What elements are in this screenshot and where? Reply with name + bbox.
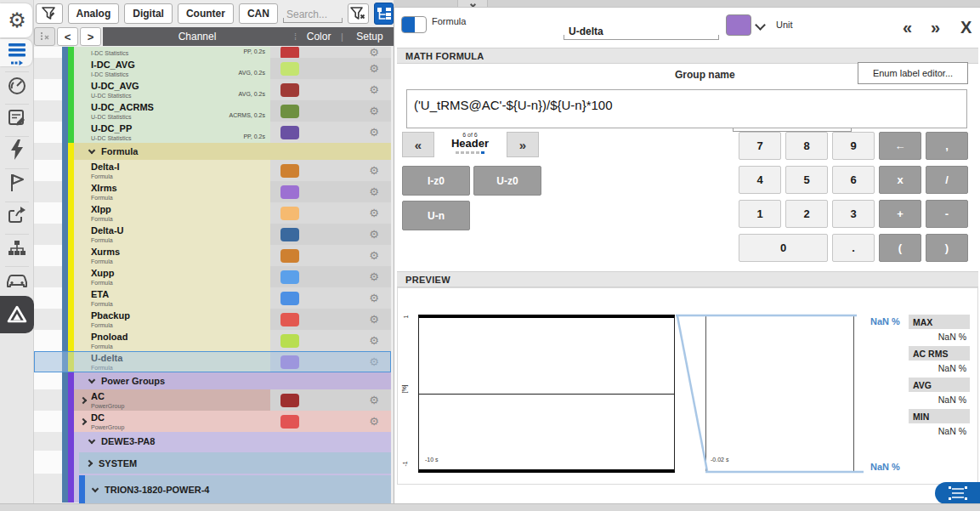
keypad-key[interactable]: , — [926, 132, 968, 160]
pager-next-button[interactable]: » — [507, 132, 539, 157]
channel-row[interactable]: XIpp Formula ⚙ — [34, 202, 391, 224]
dewetron-logo-tab[interactable] — [0, 296, 34, 333]
column-color[interactable]: Color — [299, 31, 338, 43]
keypad-key[interactable]: + — [879, 200, 921, 228]
expand-chevron-icon[interactable] — [88, 147, 95, 154]
channel-color-chip[interactable] — [280, 270, 299, 284]
keypad-key[interactable]: / — [926, 166, 968, 194]
filter-edit-button[interactable] — [36, 3, 63, 24]
gear-icon[interactable]: ⚙ — [369, 105, 379, 116]
gear-icon[interactable]: ⚙ — [369, 207, 379, 219]
gear-icon[interactable]: ⚙ — [369, 127, 379, 138]
channel-group-row[interactable]: TRION3-1820-POWER-4 — [34, 474, 391, 502]
channel-row[interactable]: XIrms Formula ⚙ — [34, 181, 391, 202]
channel-row[interactable]: U-DC_AVG U-DC Statistics AVG, 0.2s ⚙ — [34, 79, 391, 100]
formula-expression-input[interactable]: ('U_tRMS@AC'-${U-n})/${U-n}*100 — [406, 89, 967, 128]
expand-chevron-icon[interactable] — [92, 485, 99, 491]
expand-chevron-icon[interactable] — [88, 377, 95, 383]
flag-marker-icon[interactable] — [0, 172, 34, 194]
gear-icon[interactable]: ⚙ — [369, 47, 379, 58]
chevron-down-icon[interactable] — [755, 20, 766, 31]
function-key-u-n[interactable]: U-n — [402, 201, 470, 230]
channel-color-chip[interactable] — [280, 164, 299, 178]
keypad-key[interactable]: 4 — [739, 166, 781, 194]
filter-counter-button[interactable]: Counter — [178, 3, 234, 24]
channel-color-chip[interactable] — [280, 228, 299, 241]
expand-chevron-icon[interactable] — [88, 437, 95, 444]
channel-group-row[interactable]: Formula — [34, 143, 391, 160]
channel-group-row[interactable]: DEWE3-PA8 — [34, 432, 391, 451]
filter-clear-button[interactable] — [348, 3, 370, 24]
channel-row[interactable]: AC PowerGroup ⚙ — [34, 389, 391, 411]
column-setup[interactable]: Setup — [346, 31, 394, 43]
channel-group-row[interactable]: SYSTEM — [34, 451, 391, 474]
filter-digital-button[interactable]: Digital — [124, 3, 173, 24]
gear-icon[interactable]: ⚙ — [369, 186, 379, 197]
keypad-key[interactable]: 3 — [832, 200, 875, 228]
keypad-key[interactable]: - — [926, 200, 968, 228]
expand-chevron-icon[interactable] — [86, 460, 93, 467]
function-key-i-z0[interactable]: I-z0 — [402, 166, 470, 196]
channel-list-icon[interactable] — [0, 41, 34, 60]
gear-icon[interactable]: ⚙ — [369, 271, 379, 282]
function-key-u-z0[interactable]: U-z0 — [473, 166, 541, 196]
channel-color-chip[interactable] — [280, 62, 299, 76]
channel-color-chip[interactable] — [280, 394, 299, 407]
channel-color-chip[interactable] — [280, 185, 299, 199]
channel-color-chip[interactable] — [280, 47, 299, 58]
keypad-key[interactable]: x — [879, 166, 921, 194]
channel-row[interactable]: U-DC_PP U-DC Statistics PP, 0.2s ⚙ — [34, 122, 391, 143]
keypad-key[interactable]: 7 — [739, 132, 781, 160]
channel-row[interactable]: Pbackup Formula ⚙ — [34, 309, 391, 330]
enum-label-editor-button[interactable]: Enum label editor... — [858, 62, 968, 84]
channel-name-input[interactable]: U-delta — [564, 16, 719, 40]
gear-icon[interactable]: ⚙ — [369, 84, 379, 95]
next-channel-button[interactable]: » — [931, 19, 940, 36]
channel-row[interactable]: DC PowerGroup ⚙ — [34, 411, 391, 432]
channel-row[interactable]: Delta-U Formula ⚙ — [34, 224, 391, 245]
prev-channel-button[interactable]: « — [903, 19, 912, 36]
channel-active-toggle[interactable] — [401, 16, 427, 33]
channel-row[interactable]: ETA Formula ⚙ — [34, 287, 391, 309]
collapse-all-button[interactable]: < — [57, 27, 78, 46]
channel-color-chip[interactable] — [280, 207, 299, 220]
gear-icon[interactable]: ⚙ — [369, 314, 379, 325]
channel-color-chip[interactable] — [280, 83, 299, 97]
channel-color-chip[interactable] — [280, 249, 299, 263]
expand-all-button[interactable]: > — [80, 27, 101, 46]
channel-color-chip[interactable] — [280, 415, 299, 429]
keypad-key[interactable]: 5 — [785, 166, 828, 194]
close-button[interactable]: X — [960, 19, 972, 36]
filter-can-button[interactable]: CAN — [239, 3, 278, 24]
settings-gear-icon[interactable]: ⚙ — [0, 9, 34, 32]
gear-icon[interactable]: ⚙ — [369, 356, 379, 367]
report-editor-icon[interactable] — [0, 107, 34, 129]
search-input[interactable]: Search... — [283, 4, 343, 23]
channel-group-row[interactable]: Power Groups — [34, 372, 391, 389]
gear-icon[interactable]: ⚙ — [369, 335, 379, 346]
gear-icon[interactable]: ⚙ — [369, 229, 379, 240]
gear-icon[interactable]: ⚙ — [369, 416, 379, 427]
channel-row[interactable]: Pnoload Formula ⚙ — [34, 330, 391, 351]
channel-row[interactable]: Delta-I Formula ⚙ — [34, 160, 391, 181]
keypad-key[interactable]: ) — [926, 234, 968, 262]
expand-chevron-icon[interactable] — [80, 417, 87, 424]
keypad-key[interactable]: ( — [879, 234, 921, 262]
channel-color-chip[interactable] — [280, 126, 299, 139]
channel-color-chip[interactable] — [280, 313, 299, 326]
measure-gauge-icon[interactable] — [0, 75, 34, 97]
channel-row[interactable]: U-delta Formula ⚙ — [34, 351, 391, 372]
keypad-key[interactable]: . — [832, 234, 875, 262]
column-channel[interactable]: Channel — [103, 31, 292, 43]
channel-row[interactable]: Xurms Formula ⚙ — [34, 245, 391, 266]
channel-select-button[interactable] — [935, 482, 980, 504]
keypad-key[interactable]: 0 — [739, 234, 828, 262]
keypad-key[interactable]: 6 — [832, 166, 875, 194]
keypad-key[interactable]: 1 — [739, 200, 781, 228]
channel-row[interactable]: I-DC Statistics PP, 0.2s ⚙ — [34, 47, 391, 58]
gear-icon[interactable]: ⚙ — [369, 63, 379, 74]
gear-icon[interactable]: ⚙ — [369, 165, 379, 176]
keypad-key[interactable]: 8 — [785, 132, 828, 160]
channel-color-chip[interactable] — [280, 292, 299, 305]
gear-icon[interactable]: ⚙ — [369, 250, 379, 261]
